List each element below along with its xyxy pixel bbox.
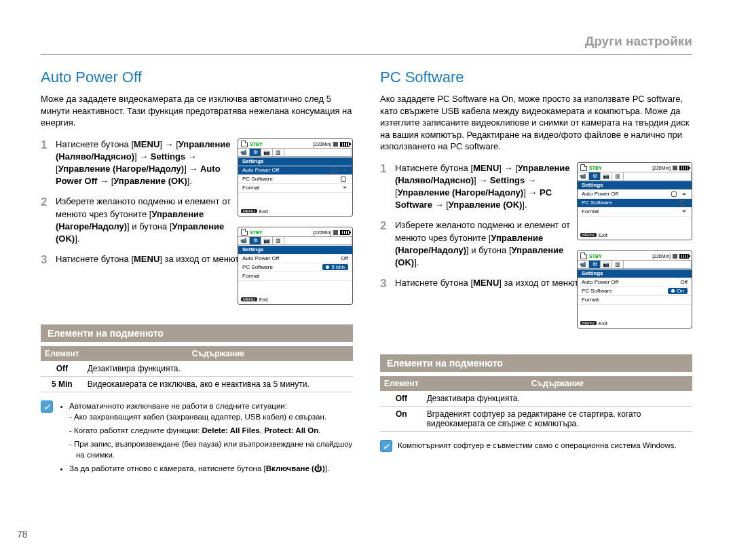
note-text: Ако захранващият кабел (захранващ адапте…: [76, 411, 353, 422]
note-content: Компютърният софтуер е съвместим само с …: [398, 440, 677, 452]
lock-icon: [341, 176, 346, 182]
tab-icon: ⚙: [250, 149, 261, 156]
sd-card-icon: [241, 141, 248, 147]
tab-icon: 📹: [578, 261, 589, 268]
tab-icon: ⚙: [250, 237, 261, 244]
storage-icon: [333, 230, 338, 235]
rec-time: [220Min]: [652, 166, 671, 170]
menu-item: Format: [242, 273, 259, 279]
table-row: Дезактивира функцията.: [423, 391, 692, 407]
settings-header: Settings: [582, 182, 603, 188]
note-icon: ✓: [380, 440, 392, 452]
rec-time: [220Min]: [313, 230, 331, 235]
tab-icon: ▥: [273, 149, 284, 156]
tab-icon: 📷: [261, 237, 273, 244]
tab-icon: 📷: [261, 149, 273, 156]
col-element: Елемент: [380, 376, 423, 391]
tab-icon: ▥: [273, 237, 284, 244]
table-row: Видеокамерата се изключва, ако е неактив…: [83, 376, 353, 392]
menu-value: 5 Min: [331, 264, 345, 270]
menu-item: Format: [242, 185, 259, 191]
step-num: 2: [380, 219, 395, 269]
note-text: За да работите отново с камерата, натисн…: [69, 463, 353, 474]
tab-icon: ⚙: [589, 261, 601, 268]
note-block: ✓ Компютърният софтуер е съвместим само …: [380, 440, 692, 452]
right-intro: Ако зададете PC Software на On, може про…: [380, 93, 692, 153]
table-row: Off: [41, 361, 83, 377]
exit-label: Exit: [599, 320, 607, 326]
tab-icon: [624, 261, 692, 268]
step-num: 3: [41, 253, 56, 267]
stby-label: STBY: [589, 166, 602, 170]
col-content: Съдържание: [83, 346, 353, 361]
storage-icon: [333, 142, 338, 147]
exit-label: Exit: [259, 297, 268, 303]
lock-icon: [671, 191, 677, 197]
right-column: PC Software Ако зададете PC Software на …: [380, 69, 692, 477]
sd-card-icon: [580, 164, 587, 171]
tab-icon: ⚙: [589, 172, 601, 180]
camera-screen-pc-software-menu: STBY[220Min] 📹⚙📷▥ Settings Auto Power Of…: [577, 162, 692, 240]
settings-header: Settings: [582, 270, 603, 276]
tab-icon: 📹: [238, 237, 250, 244]
submenu-header: Елементи на подменюто: [41, 324, 353, 342]
section-title-left: Auto Power Off: [41, 69, 353, 86]
left-column: Auto Power Off Може да зададете видеокам…: [41, 69, 353, 477]
stby-label: STBY: [250, 142, 263, 147]
camera-screen-auto-power-off-menu: STBY[220Min] 📹⚙📷▥ Settings Auto Power Of…: [238, 138, 353, 217]
stby-label: STBY: [589, 254, 602, 259]
camera-screen-pc-software-submenu: STBY[220Min] 📹⚙📷▥ Settings Auto Power Of…: [577, 250, 692, 329]
step-num: 1: [41, 138, 56, 188]
rec-time: [220Min]: [652, 254, 671, 259]
battery-icon: [340, 142, 350, 147]
tab-icon: 📷: [601, 261, 612, 268]
storage-icon: [673, 166, 677, 170]
section-title-right: PC Software: [380, 69, 692, 86]
sd-card-icon: [241, 229, 248, 236]
menu-pill: MENU: [580, 233, 597, 237]
tab-icon: 📹: [578, 172, 589, 180]
storage-icon: [673, 254, 677, 259]
submenu-header: Елементи на подменюто: [380, 354, 692, 372]
tab-icon: 📷: [601, 172, 612, 180]
table-row: Вграденият софтуер за редактиране се ста…: [423, 406, 692, 431]
menu-item: Auto Power Off: [242, 255, 279, 261]
menu-item: PC Software: [582, 288, 612, 294]
settings-header: Settings: [242, 158, 264, 164]
tab-icon: ▥: [612, 172, 624, 180]
tab-icon: [284, 149, 352, 156]
tab-icon: 📹: [238, 149, 250, 156]
tab-icon: [284, 237, 352, 244]
note-text: Автоматичното изключване не работи в сле…: [69, 402, 287, 410]
battery-icon: [679, 166, 689, 170]
note-icon: ✓: [41, 400, 53, 413]
battery-icon: [340, 230, 350, 235]
tab-icon: ▥: [612, 261, 624, 268]
menu-item: PC Software: [582, 200, 612, 206]
rec-time: [220Min]: [313, 142, 331, 147]
exit-label: Exit: [259, 208, 268, 214]
page-number: 78: [17, 529, 28, 540]
left-intro: Може да зададете видеокамерата да се изк…: [41, 93, 353, 129]
sd-card-icon: [580, 253, 587, 259]
exit-label: Exit: [599, 232, 607, 238]
step-num: 3: [380, 277, 395, 291]
menu-item: Format: [582, 297, 599, 303]
menu-pill: MENU: [241, 209, 257, 213]
menu-item: Auto Power Off: [582, 279, 618, 285]
note-text: Когато работят следните функции: Delete:…: [76, 425, 353, 436]
battery-icon: [679, 254, 689, 259]
step-num: 2: [41, 195, 56, 245]
menu-value: Off: [680, 279, 688, 285]
note-text: При запис, възпроизвеждане (без пауза) и…: [76, 438, 353, 460]
menu-item: Auto Power Off: [582, 191, 618, 197]
table-row: Off: [380, 391, 423, 407]
tab-icon: [624, 172, 692, 180]
table-row: On: [380, 406, 423, 431]
menu-pill: MENU: [241, 297, 257, 301]
note-block: ✓ Автоматичното изключване не работи в с…: [41, 400, 353, 477]
content-columns: Auto Power Off Може да зададете видеокам…: [41, 69, 692, 477]
col-element: Елемент: [41, 346, 83, 361]
table-row: 5 Min: [41, 376, 83, 392]
lock-icon: [680, 200, 685, 206]
